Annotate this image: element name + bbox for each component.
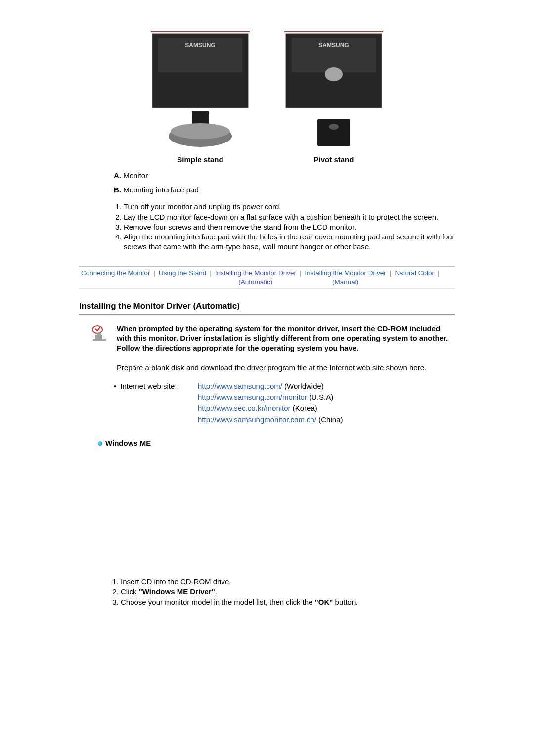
page-container: SAMSUNG Simple stand SAMSUNG Pivot stand	[59, 0, 475, 666]
tab-install-driver-auto[interactable]: Installing the Monitor Driver (Automatic…	[213, 269, 298, 286]
title-underline	[79, 314, 455, 315]
website-list-label: Internet web site :	[114, 381, 198, 391]
note-plain-text: Prepare a blank disk and download the dr…	[117, 363, 455, 373]
section-tabs: Connecting the Monitor | Using the Stand…	[79, 269, 455, 289]
svg-text:SAMSUNG: SAMSUNG	[318, 42, 349, 48]
note-body: When prompted by the operating system fo…	[117, 324, 455, 373]
website-link-row: http://www.samsungmonitor.com.cn/ (China…	[198, 415, 455, 425]
simple-stand-column: SAMSUNG Simple stand	[148, 30, 252, 165]
tab-connecting-monitor[interactable]: Connecting the Monitor	[79, 269, 152, 278]
svg-point-6	[171, 123, 230, 139]
mounting-step: Remove four screws and then remove the s…	[124, 222, 455, 232]
tab-divider: |	[388, 269, 393, 278]
website-link-row: http://www.samsung.com/monitor (U.S.A)	[198, 392, 455, 402]
note-icon	[91, 325, 109, 345]
tab-using-stand[interactable]: Using the Stand	[157, 269, 208, 278]
svg-text:SAMSUNG: SAMSUNG	[185, 42, 215, 48]
bullet-icon	[98, 441, 102, 446]
svg-point-13	[329, 124, 339, 130]
tab-natural-color[interactable]: Natural Color	[393, 269, 436, 278]
website-link-row: http://www.sec.co.kr/monitor (Korea)	[198, 403, 455, 413]
driver-note: When prompted by the operating system fo…	[91, 324, 455, 373]
website-links: http://www.samsung.com/ (Worldwide) http…	[198, 381, 455, 425]
pivot-stand-image: SAMSUNG	[282, 30, 386, 151]
pivot-stand-caption: Pivot stand	[314, 155, 354, 165]
monitor-images-row: SAMSUNG Simple stand SAMSUNG Pivot stand	[79, 30, 455, 165]
svg-rect-17	[93, 339, 106, 341]
me-step: Click "Windows ME Driver".	[121, 587, 455, 597]
tab-install-driver-manual[interactable]: Installing the Monitor Driver (Manual)	[303, 269, 388, 286]
link-region: (Korea)	[293, 404, 317, 412]
definition-a: A. Monitor	[114, 169, 455, 183]
section-title: Installing the Monitor Driver (Automatic…	[79, 301, 455, 312]
link-samsung-usa[interactable]: http://www.samsung.com/monitor	[198, 393, 307, 401]
link-region: (China)	[318, 415, 343, 424]
link-samsung-china[interactable]: http://www.samsungmonitor.com.cn/	[198, 415, 316, 424]
svg-rect-7	[284, 31, 383, 32]
website-link-row: http://www.samsung.com/ (Worldwide)	[198, 381, 455, 391]
tab-divider: |	[208, 269, 213, 278]
os-heading-windows-me: Windows ME	[98, 438, 455, 448]
link-region: (Worldwide)	[284, 382, 324, 390]
link-samsung-worldwide[interactable]: http://www.samsung.com/	[198, 382, 282, 390]
stand-definitions: A. Monitor B. Mounting interface pad	[114, 169, 455, 197]
me-step: Choose your monitor model in the model l…	[121, 597, 455, 607]
mounting-step: Align the mounting interface pad with th…	[124, 232, 455, 252]
link-sec-korea[interactable]: http://www.sec.co.kr/monitor	[198, 404, 291, 412]
svg-rect-4	[192, 111, 209, 125]
simple-stand-image: SAMSUNG	[148, 30, 252, 151]
mounting-step: Turn off your monitor and unplug its pow…	[124, 202, 455, 212]
tab-divider: |	[152, 269, 157, 278]
simple-stand-caption: Simple stand	[177, 155, 223, 165]
tab-divider: |	[436, 269, 441, 278]
svg-point-16	[97, 332, 101, 336]
svg-rect-12	[317, 119, 350, 146]
svg-rect-0	[151, 31, 250, 32]
me-step: Insert CD into the CD-ROM drive.	[121, 577, 455, 587]
os-heading-text: Windows ME	[105, 438, 151, 448]
divider	[79, 266, 455, 267]
website-list: Internet web site : http://www.samsung.c…	[114, 381, 455, 425]
link-region: (U.S.A)	[309, 393, 333, 401]
pivot-stand-column: SAMSUNG Pivot stand	[282, 30, 386, 165]
tab-divider: |	[298, 269, 303, 278]
windows-me-steps: Insert CD into the CD-ROM drive. Click "…	[111, 577, 455, 607]
mounting-step: Lay the LCD monitor face-down on a flat …	[124, 212, 455, 222]
note-bold-text: When prompted by the operating system fo…	[117, 324, 455, 354]
mounting-steps: Turn off your monitor and unplug its pow…	[114, 202, 455, 252]
definition-b: B. Mounting interface pad	[114, 183, 455, 197]
svg-point-11	[325, 67, 343, 81]
